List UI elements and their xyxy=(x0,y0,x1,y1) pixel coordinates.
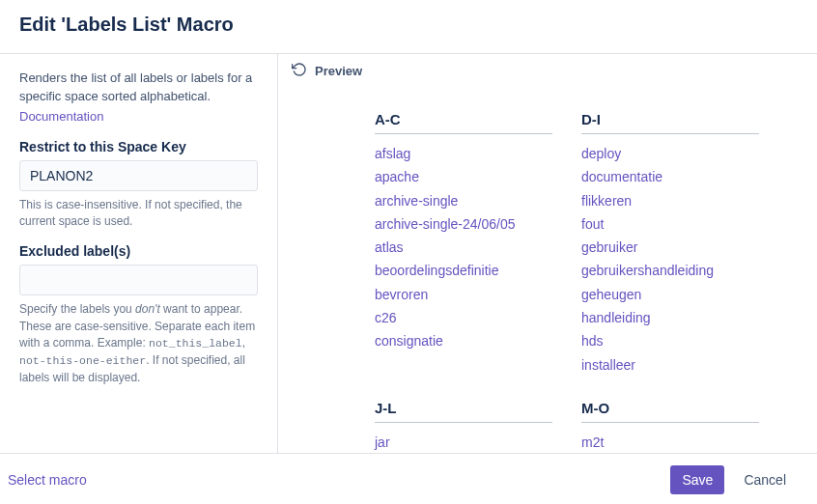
label-link[interactable]: m2t xyxy=(581,433,759,452)
excluded-labels-input[interactable] xyxy=(19,265,258,295)
preview-pane: Preview A-Cafslagapachearchive-singlearc… xyxy=(278,54,817,453)
label-group-title: D-I xyxy=(581,111,759,134)
dialog-body: Renders the list of all labels or labels… xyxy=(0,53,817,454)
label-link[interactable]: archive-single xyxy=(375,191,552,210)
label-group-title: J-L xyxy=(375,400,552,423)
excluded-labels-help: Specify the labels you don't want to app… xyxy=(19,301,258,386)
cancel-button[interactable]: Cancel xyxy=(732,465,798,494)
preview-content: A-Cafslagapachearchive-singlearchive-sin… xyxy=(278,88,817,453)
label-link[interactable]: handleiding xyxy=(581,308,759,327)
label-group: J-Ljarjavajboss xyxy=(375,400,552,453)
label-group: D-Ideploydocumentatieflikkerenfoutgebrui… xyxy=(581,111,759,375)
label-link[interactable]: gebruikershandleiding xyxy=(581,261,759,280)
select-macro-link[interactable]: Select macro xyxy=(8,468,87,491)
dialog-title: Edit 'Labels List' Macro xyxy=(19,14,798,36)
label-link[interactable]: beoordelingsdefinitie xyxy=(375,261,552,280)
label-link[interactable]: c26 xyxy=(375,308,552,327)
label-link[interactable]: hds xyxy=(581,331,759,350)
config-pane: Renders the list of all labels or labels… xyxy=(0,54,278,453)
label-group-title: M-O xyxy=(581,400,759,423)
macro-description: Renders the list of all labels or labels… xyxy=(19,70,258,106)
label-link[interactable]: flikkeren xyxy=(581,191,759,210)
preview-title: Preview xyxy=(315,64,362,78)
label-link[interactable]: installeer xyxy=(581,355,759,375)
label-link[interactable]: gebruiker xyxy=(581,238,759,257)
label-link[interactable]: geheugen xyxy=(581,285,759,304)
save-button[interactable]: Save xyxy=(670,465,724,494)
label-group-items: deploydocumentatieflikkerenfoutgebruiker… xyxy=(581,144,759,375)
excluded-labels-field: Excluded label(s) Specify the labels you… xyxy=(19,243,258,386)
label-link[interactable]: fout xyxy=(581,214,759,234)
label-link[interactable]: afslag xyxy=(375,144,552,163)
space-key-field: Restrict to this Space Key This is case-… xyxy=(19,139,258,231)
label-group-items: afslagapachearchive-singlearchive-single… xyxy=(375,144,552,351)
space-key-label: Restrict to this Space Key xyxy=(19,139,258,154)
dialog-header: Edit 'Labels List' Macro xyxy=(0,0,817,53)
label-group: A-Cafslagapachearchive-singlearchive-sin… xyxy=(375,111,552,375)
space-key-help: This is case-insensitive. If not specifi… xyxy=(19,197,258,231)
label-group: M-Om2tmaatwerkmdt_hds xyxy=(581,400,759,453)
dialog-footer: Select macro Save Cancel xyxy=(0,454,817,504)
label-link[interactable]: apache xyxy=(375,167,552,186)
label-link[interactable]: bevroren xyxy=(375,285,552,304)
label-link[interactable]: archive-single-24/06/05 xyxy=(375,214,552,234)
label-link[interactable]: consignatie xyxy=(375,331,552,350)
label-group-items: jarjavajboss xyxy=(375,433,552,453)
refresh-icon[interactable] xyxy=(292,62,307,80)
preview-header: Preview xyxy=(278,54,817,88)
label-link[interactable]: deploy xyxy=(581,144,759,163)
label-link[interactable]: atlas xyxy=(375,238,552,257)
label-group-title: A-C xyxy=(375,111,552,134)
excluded-labels-label: Excluded label(s) xyxy=(19,243,258,259)
documentation-link[interactable]: Documentation xyxy=(19,109,103,124)
label-group-items: m2tmaatwerkmdt_hds xyxy=(581,433,759,453)
label-link[interactable]: jar xyxy=(375,433,552,452)
label-link[interactable]: documentatie xyxy=(581,167,759,186)
space-key-input[interactable] xyxy=(19,160,258,191)
